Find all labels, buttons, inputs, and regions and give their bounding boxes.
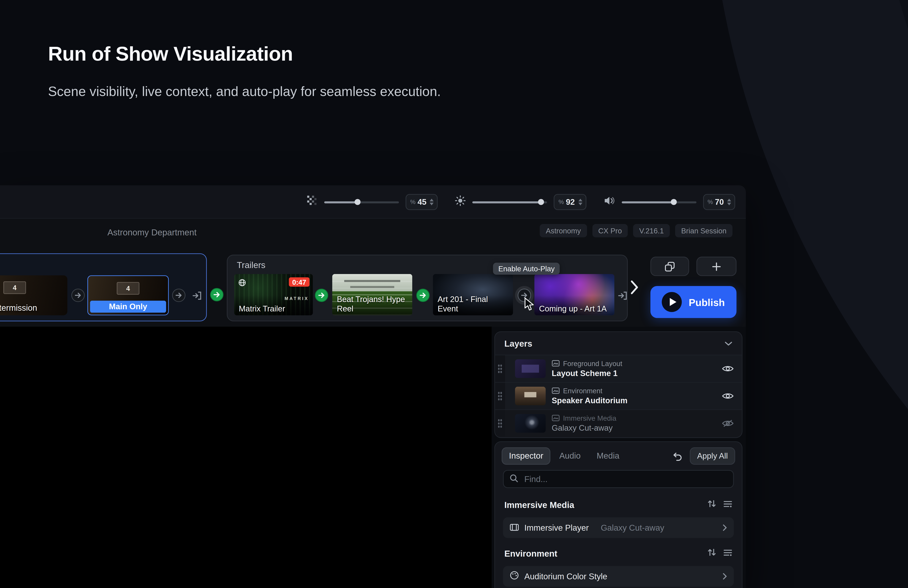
app-window: % 45 <box>0 185 746 588</box>
volume-value-box[interactable]: % 70 <box>703 194 735 210</box>
slider-fill <box>621 201 674 203</box>
property-row-auditorium-color-style[interactable]: Auditorium Color Style <box>503 566 734 587</box>
auto-play-arrow-button[interactable] <box>416 289 430 302</box>
color-style-icon <box>510 570 519 582</box>
auto-play-arrow-button[interactable] <box>315 289 328 302</box>
layer-thumbnail <box>515 387 546 405</box>
trailer-title: Matrix Trailer <box>239 304 310 313</box>
step-up-icon[interactable] <box>430 199 434 201</box>
brightness-icon <box>455 195 466 209</box>
layer-type-label: Immersive Media <box>563 414 617 422</box>
drag-dots-icon <box>497 419 502 428</box>
transition-icon <box>307 195 317 209</box>
step-up-icon[interactable] <box>578 199 582 201</box>
layer-type: Foreground Layout <box>552 359 622 367</box>
trailer-thumbnail-coming-up[interactable]: Coming up - Art 1A <box>534 274 614 315</box>
scene-thumbnail-main-only[interactable]: 4 Main Only <box>87 275 169 315</box>
property-row-immersive-player[interactable]: Immersive Player Galaxy Cut-away <box>503 517 734 538</box>
volume-icon <box>604 195 615 209</box>
brightness-value-box[interactable]: % 92 <box>554 194 586 210</box>
add-scene-button[interactable] <box>696 257 736 276</box>
search-icon <box>510 473 518 485</box>
publish-button[interactable]: Publish <box>650 286 737 318</box>
jump-to-end-icon[interactable] <box>617 290 628 301</box>
layer-row-environment[interactable]: Environment Speaker Auditorium <box>495 382 742 410</box>
visibility-toggle-eye-icon[interactable] <box>722 392 734 400</box>
trailer-thumbnail-art-201[interactable]: Art 201 - Final Event <box>433 274 513 315</box>
transition-slider-group: % 45 <box>307 194 438 210</box>
scroll-right-chevron[interactable] <box>630 280 638 297</box>
inspector-panel: Inspector Audio Media Apply All Immersiv… <box>494 441 742 588</box>
step-down-icon[interactable] <box>727 203 731 206</box>
thumbnail-art-text: MATRIX <box>285 296 309 301</box>
step-down-icon[interactable] <box>430 203 434 206</box>
environment-icon <box>552 387 560 394</box>
toolbar: % 45 <box>0 185 746 218</box>
layers-panel: Layers Foreground Layout Layout Scheme 1 <box>494 331 742 438</box>
percent-sign: % <box>707 199 713 206</box>
layer-row-foreground[interactable]: Foreground Layout Layout Scheme 1 <box>495 355 742 382</box>
scene-thumbnail-intermission[interactable]: 4 Intermission <box>0 275 68 315</box>
value-stepper[interactable] <box>578 199 582 206</box>
list-options-icon[interactable] <box>723 547 733 559</box>
brightness-slider[interactable] <box>473 201 547 203</box>
trailer-thumbnail-matrix[interactable]: 0:47 MATRIX Matrix Trailer <box>234 274 313 315</box>
play-icon <box>662 292 682 312</box>
trailer-title: Art 201 - Final Event <box>438 296 510 313</box>
tab-media[interactable]: Media <box>589 447 627 465</box>
find-input[interactable] <box>523 474 727 484</box>
percent-sign: % <box>410 199 415 206</box>
value-stepper[interactable] <box>727 199 731 206</box>
drag-handle[interactable] <box>495 355 505 382</box>
list-options-icon[interactable] <box>723 499 733 511</box>
transition-arrow-button[interactable] <box>71 289 85 302</box>
drag-handle[interactable] <box>495 410 505 437</box>
slider-knob[interactable] <box>538 199 544 205</box>
visibility-toggle-eye-icon[interactable] <box>722 365 734 373</box>
auto-play-arrow-button[interactable] <box>210 288 223 301</box>
trailer-thumbnail-hype-reel[interactable]: Beat Trojans! Hype Reel <box>332 274 412 315</box>
jump-to-end-icon[interactable] <box>192 290 202 301</box>
transition-slider[interactable] <box>324 201 399 203</box>
layer-thumbnail <box>515 414 546 433</box>
page-subtitle: Scene visibility, live context, and auto… <box>48 84 441 99</box>
layer-row-immersive-media[interactable]: Immersive Media Galaxy Cut-away <box>495 410 742 437</box>
layer-meta: Environment Speaker Auditorium <box>552 387 628 405</box>
section-icons <box>707 499 733 511</box>
sort-order-icon[interactable] <box>707 547 716 559</box>
media-icon <box>552 414 560 421</box>
volume-slider[interactable] <box>621 201 696 203</box>
chevron-right-icon <box>723 573 727 580</box>
section-title: Immersive Media <box>504 500 574 509</box>
page: Run of Show Visualization Scene visibili… <box>0 0 908 588</box>
duplicate-button[interactable] <box>650 257 689 276</box>
brightness-value: 92 <box>566 197 575 207</box>
visibility-toggle-eye-off-icon[interactable] <box>722 419 734 427</box>
drag-handle[interactable] <box>495 383 505 410</box>
publish-label: Publish <box>689 296 725 308</box>
slider-knob[interactable] <box>671 199 677 205</box>
chevron-down-icon[interactable] <box>724 341 733 346</box>
value-stepper[interactable] <box>430 199 434 206</box>
transition-arrow-button[interactable] <box>172 289 185 302</box>
section-immersive-media: Immersive Media <box>504 499 733 511</box>
tab-inspector[interactable]: Inspector <box>502 447 551 465</box>
step-up-icon[interactable] <box>727 199 731 201</box>
auto-play-tooltip: Enable Auto-Play <box>493 263 560 275</box>
apply-all-button[interactable]: Apply All <box>690 447 735 465</box>
transition-value-box[interactable]: % 45 <box>406 194 438 210</box>
find-field[interactable] <box>503 470 734 488</box>
volume-slider-group: % 70 <box>604 194 735 210</box>
tab-audio[interactable]: Audio <box>552 447 588 465</box>
chevron-right-icon <box>723 524 727 531</box>
session-tag: V.216.1 <box>633 224 670 237</box>
undo-icon[interactable] <box>670 448 684 463</box>
drag-dots-icon <box>497 391 502 400</box>
percent-sign: % <box>559 199 564 206</box>
session-tag: Brian Session <box>675 224 733 237</box>
step-down-icon[interactable] <box>578 203 582 206</box>
session-bar: Astronomy Department Astronomy CX Pro V.… <box>0 218 746 247</box>
sort-order-icon[interactable] <box>707 499 716 511</box>
slider-fill <box>473 201 541 203</box>
slider-knob[interactable] <box>355 199 361 205</box>
